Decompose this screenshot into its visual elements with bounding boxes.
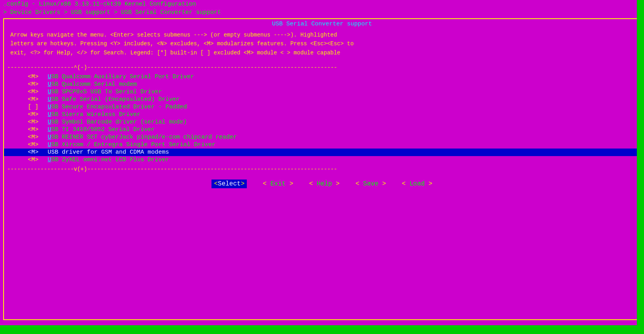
select-button[interactable]: <Select> <box>211 180 247 188</box>
menu-item-tag-5: <M> <box>28 111 48 118</box>
menu-item-0[interactable]: <M> USB Qualcomm Auxiliary Serial Port D… <box>4 73 640 81</box>
save-button[interactable]: < Save > <box>356 180 386 188</box>
bottom-bar <box>0 325 644 334</box>
menu-item-tag-11: <M> <box>28 156 48 163</box>
menu-item-tag-9: <M> <box>28 141 48 148</box>
menu-item-tag-7: <M> <box>28 126 48 133</box>
menu-item-text-10: USB driver for GSM and CDMA modems <box>48 149 169 156</box>
menu-item-text-1: USB Qualcomm Serial modem <box>48 81 137 88</box>
terminal: .config - Linux/x86 3.13.11-ckt39 Kernel… <box>0 0 644 334</box>
menu-item-tag-1: <M> <box>28 81 48 88</box>
menu-item-text-2: USB SPCP8x5 USB To Serial Driver <box>48 89 162 95</box>
button-bar: <Select>< Exit >< Help >< Save >< Load > <box>4 173 640 195</box>
separator-bottom: --------------------v(+)----------------… <box>4 165 640 173</box>
separator-top: --------------------^(-)----------------… <box>4 64 640 71</box>
menu-item-5[interactable]: <M> USB Sierra Wireless Driver <box>4 111 640 118</box>
breadcrumb-text: > Device Drivers > USB support > USB Ser… <box>3 9 221 16</box>
menu-item-9[interactable]: <M> USB Xircom / Entregra Single Port Se… <box>4 141 640 149</box>
window-title: .config - Linux/x86 3.13.11-ckt39 Kernel… <box>0 0 644 8</box>
menu-item-text-0: USB Qualcomm Auxiliary Serial Port Drive… <box>48 73 194 80</box>
help-text: Arrow keys navigate the menu. <Enter> se… <box>4 29 640 59</box>
breadcrumb: > Device Drivers > USB support > USB Ser… <box>0 8 644 17</box>
menu-item-tag-10: <M> <box>28 149 48 156</box>
help-button[interactable]: < Help > <box>309 180 340 188</box>
load-button[interactable]: < Load > <box>402 180 433 188</box>
right-scrollbar[interactable] <box>637 0 644 326</box>
exit-button[interactable]: < Exit > <box>263 180 293 188</box>
menu-item-8[interactable]: <M> USB REINER SCT cyberJack pinpad/e-co… <box>4 133 640 141</box>
menu-item-text-9: USB Xircom / Entregra Single Port Serial… <box>48 141 215 148</box>
menu-item-text-4: USB Secure Encapsulated Driver - Padded <box>48 104 187 110</box>
menu-item-tag-3: <M> <box>28 96 48 103</box>
menu-item-6[interactable]: <M> USB Symbol Barcode driver (serial mo… <box>4 118 640 126</box>
main-dialog-box: USB Serial Converter support Arrow keys … <box>3 18 641 320</box>
help-line-1: Arrow keys navigate the menu. <Enter> se… <box>10 31 634 39</box>
menu-item-tag-2: <M> <box>28 89 48 95</box>
help-line-3: exit, <?> for Help, </> for Search. Lege… <box>10 48 634 57</box>
title-text: .config - Linux/x86 3.13.11-ckt39 Kernel… <box>3 1 196 8</box>
menu-item-4[interactable]: [ ] USB Secure Encapsulated Driver - Pad… <box>4 103 640 111</box>
menu-item-text-6: USB Symbol Barcode driver (serial mode) <box>48 119 187 125</box>
menu-item-7[interactable]: <M> USB TI 3410/5052 Serial Driver <box>4 126 640 133</box>
help-line-2: letters are hotkeys. Pressing <Y> includ… <box>10 39 634 48</box>
menu-item-tag-8: <M> <box>28 134 48 141</box>
menu-item-text-7: USB TI 3410/5052 Serial Driver <box>48 126 155 133</box>
dialog-title: USB Serial Converter support <box>4 19 640 29</box>
menu-item-tag-0: <M> <box>28 73 48 80</box>
menu-item-tag-4: [ ] <box>28 104 48 110</box>
menu-item-3[interactable]: <M> USB Safe Serial (Encapsulated) Drive… <box>4 96 640 103</box>
menu-item-text-3: USB Safe Serial (Encapsulated) Driver <box>48 96 180 103</box>
menu-item-11[interactable]: <M> USB ZyXEL omni.net LCD Plus Driver <box>4 156 640 164</box>
menu-item-text-8: USB REINER SCT cyberJack pinpad/e-com ch… <box>48 134 237 141</box>
menu-item-2[interactable]: <M> USB SPCP8x5 USB To Serial Driver <box>4 88 640 96</box>
menu-item-10[interactable]: <M> USB driver for GSM and CDMA modems <box>4 149 640 156</box>
menu-item-1[interactable]: <M> USB Qualcomm Serial modem <box>4 81 640 88</box>
menu-item-tag-6: <M> <box>28 119 48 125</box>
menu-item-text-11: USB ZyXEL omni.net LCD Plus Driver <box>48 156 169 163</box>
menu-item-text-5: USB Sierra Wireless Driver <box>48 111 140 118</box>
menu-area: <M> USB Qualcomm Auxiliary Serial Port D… <box>4 71 640 165</box>
